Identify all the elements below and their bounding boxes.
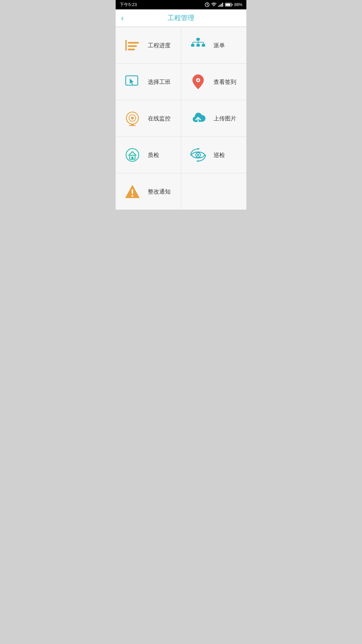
svg-rect-4 — [220, 5, 221, 7]
svg-rect-12 — [128, 45, 137, 47]
menu-item-patrol[interactable]: 巡检 — [181, 137, 247, 173]
location-icon — [189, 73, 207, 91]
svg-rect-11 — [128, 42, 139, 44]
svg-rect-16 — [196, 44, 200, 47]
svg-rect-30 — [131, 124, 134, 125]
warning-icon — [124, 183, 141, 200]
svg-rect-10 — [125, 40, 127, 51]
select-shift-icon — [124, 73, 141, 91]
svg-point-37 — [197, 154, 199, 156]
svg-rect-13 — [128, 49, 135, 50]
monitor-icon — [124, 110, 141, 127]
menu-item-progress[interactable]: 工程进度 — [116, 27, 181, 63]
upload-icon — [189, 110, 207, 127]
svg-rect-6 — [222, 3, 223, 7]
clock-icon — [205, 2, 209, 7]
status-icons: 88% — [205, 2, 242, 7]
menu-item-upload-image[interactable]: 上传图片 — [181, 100, 247, 137]
patrol-label: 巡检 — [214, 151, 225, 159]
wifi-icon — [211, 3, 217, 7]
battery-icon — [225, 3, 233, 7]
svg-point-26 — [197, 79, 199, 81]
svg-rect-14 — [196, 38, 200, 41]
battery-percent: 88% — [234, 2, 242, 7]
svg-line-2 — [207, 5, 208, 5]
rectify-label: 整改通知 — [148, 188, 171, 196]
menu-item-rectify[interactable]: 整改通知 — [116, 173, 181, 210]
menu-item-dispatch[interactable]: 派单 — [181, 27, 247, 63]
svg-rect-17 — [202, 44, 205, 47]
patrol-icon — [189, 146, 207, 164]
svg-rect-9 — [226, 4, 230, 6]
menu-grid-container: 工程进度 派单 — [116, 27, 246, 210]
svg-rect-8 — [232, 4, 232, 6]
svg-point-42 — [132, 195, 133, 197]
page-title: 工程管理 — [168, 13, 194, 22]
menu-grid: 工程进度 派单 — [116, 27, 246, 210]
bottom-gray-area — [116, 210, 246, 330]
quality-check-label: 质检 — [148, 151, 159, 159]
header: ‹ 工程管理 — [116, 9, 246, 27]
svg-rect-41 — [132, 189, 133, 194]
progress-icon — [124, 37, 141, 54]
menu-item-select-shift[interactable]: 选择工班 — [116, 64, 181, 100]
dispatch-icon — [189, 37, 207, 54]
svg-rect-15 — [191, 44, 194, 47]
dispatch-label: 派单 — [214, 42, 225, 49]
check-signin-label: 查看签到 — [214, 78, 236, 86]
menu-item-empty — [181, 173, 247, 210]
select-shift-label: 选择工班 — [148, 78, 171, 86]
quality-icon — [124, 146, 141, 164]
menu-item-check-signin[interactable]: 查看签到 — [181, 64, 247, 100]
svg-marker-24 — [130, 78, 134, 85]
status-time: 下午5:23 — [120, 2, 137, 8]
progress-label: 工程进度 — [148, 42, 171, 49]
svg-rect-31 — [129, 125, 136, 126]
status-bar: 下午5:23 88% — [116, 0, 246, 9]
svg-rect-5 — [221, 4, 222, 7]
svg-rect-3 — [218, 6, 219, 7]
svg-rect-35 — [131, 157, 133, 159]
upload-image-label: 上传图片 — [214, 115, 236, 122]
menu-item-quality-check[interactable]: 质检 — [116, 137, 181, 173]
menu-item-monitor[interactable]: 在线监控 — [116, 100, 181, 137]
svg-point-29 — [131, 117, 134, 119]
monitor-label: 在线监控 — [148, 115, 171, 122]
back-button[interactable]: ‹ — [121, 14, 124, 22]
signal-icon — [218, 3, 224, 7]
